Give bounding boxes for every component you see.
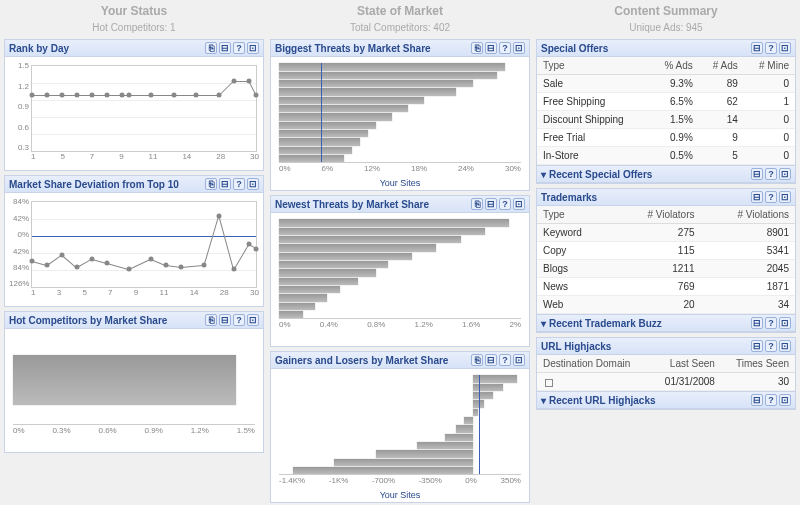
help-icon[interactable]: ? xyxy=(765,168,777,180)
table-cell: 9 xyxy=(699,129,744,147)
table-row[interactable]: Web2034 xyxy=(537,296,795,314)
help-icon[interactable]: ? xyxy=(765,394,777,406)
collapse-icon[interactable]: ⊟ xyxy=(751,42,763,54)
help-icon[interactable]: ? xyxy=(233,178,245,190)
expand-icon[interactable]: ⊡ xyxy=(513,42,525,54)
help-icon[interactable]: ? xyxy=(765,340,777,352)
panel-url-highjacks: URL Highjacks ⊟ ? ⊡ Destination DomainLa… xyxy=(536,337,796,410)
bar-row xyxy=(279,80,521,87)
help-icon[interactable]: ? xyxy=(499,42,511,54)
chevron-down-icon[interactable]: ▾ xyxy=(541,395,546,406)
chart-caption: Your Sites xyxy=(275,490,525,500)
collapse-icon[interactable]: ⊟ xyxy=(485,354,497,366)
table-cell xyxy=(537,373,650,391)
panel-title: Hot Competitors by Market Share xyxy=(9,315,167,326)
table-row[interactable]: In-Store0.5%50 xyxy=(537,147,795,165)
help-icon[interactable]: ? xyxy=(499,198,511,210)
collapse-icon[interactable]: ⊟ xyxy=(219,178,231,190)
doc-icon[interactable]: ⎘ xyxy=(471,198,483,210)
table-header: # Mine xyxy=(744,57,795,75)
table-header: # Violators xyxy=(613,206,701,224)
expand-icon[interactable]: ⊡ xyxy=(779,42,791,54)
collapse-icon[interactable]: ⊟ xyxy=(485,198,497,210)
table-header: % Ads xyxy=(650,57,699,75)
table-row[interactable]: News7691871 xyxy=(537,278,795,296)
panel-rank-by-day: Rank by Day ⎘ ⊟ ? ⊡ 1.51.20.90.60.315791… xyxy=(4,39,264,171)
panel-hot-competitors: Hot Competitors by Market Share ⎘ ⊟ ? ⊡ … xyxy=(4,311,264,453)
chevron-down-icon[interactable]: ▾ xyxy=(541,169,546,180)
expand-icon[interactable]: ⊡ xyxy=(779,394,791,406)
bar-row xyxy=(279,138,521,145)
table-row[interactable]: Keyword2758901 xyxy=(537,224,795,242)
collapse-icon[interactable]: ⊟ xyxy=(751,340,763,352)
table-cell: 62 xyxy=(699,93,744,111)
table-row[interactable]: Sale9.3%890 xyxy=(537,75,795,93)
expand-icon[interactable]: ⊡ xyxy=(779,317,791,329)
collapse-icon[interactable]: ⊟ xyxy=(485,42,497,54)
table-cell: 1.5% xyxy=(650,111,699,129)
expand-icon[interactable]: ⊡ xyxy=(779,340,791,352)
table-header: Type xyxy=(537,57,650,75)
collapse-icon[interactable]: ⊟ xyxy=(219,314,231,326)
collapse-icon[interactable]: ⊟ xyxy=(751,394,763,406)
expand-icon[interactable]: ⊡ xyxy=(513,198,525,210)
table-row[interactable]: Blogs12112045 xyxy=(537,260,795,278)
doc-icon[interactable]: ⎘ xyxy=(471,354,483,366)
table-cell: 1871 xyxy=(701,278,795,296)
doc-icon[interactable]: ⎘ xyxy=(205,42,217,54)
panel-special-offers: Special Offers ⊟ ? ⊡ Type% Ads# Ads# Min… xyxy=(536,39,796,184)
help-icon[interactable]: ? xyxy=(499,354,511,366)
doc-icon[interactable]: ⎘ xyxy=(471,42,483,54)
table-highjacks: Destination DomainLast SeenTimes Seen01/… xyxy=(537,355,795,391)
expand-icon[interactable]: ⊡ xyxy=(247,314,259,326)
table-row[interactable]: Free Shipping6.5%621 xyxy=(537,93,795,111)
expand-icon[interactable]: ⊡ xyxy=(779,191,791,203)
panel-title: Special Offers xyxy=(541,43,608,54)
table-cell: Keyword xyxy=(537,224,613,242)
collapse-icon[interactable]: ⊟ xyxy=(751,317,763,329)
table-row[interactable]: 01/31/200830 xyxy=(537,373,795,391)
doc-icon[interactable]: ⎘ xyxy=(205,178,217,190)
panel-title: Newest Threats by Market Share xyxy=(275,199,429,210)
table-cell: 0.9% xyxy=(650,129,699,147)
help-icon[interactable]: ? xyxy=(233,314,245,326)
expand-icon[interactable]: ⊡ xyxy=(779,168,791,180)
external-link-icon[interactable] xyxy=(545,379,553,387)
bar-row xyxy=(279,400,521,407)
bar-row xyxy=(279,459,521,466)
panel-deviation: Market Share Deviation from Top 10 ⎘ ⊟ ?… xyxy=(4,175,264,307)
help-icon[interactable]: ? xyxy=(765,42,777,54)
collapse-icon[interactable]: ⊟ xyxy=(751,191,763,203)
table-cell: 1211 xyxy=(613,260,701,278)
table-row[interactable]: Copy1155341 xyxy=(537,242,795,260)
table-row[interactable]: Discount Shipping1.5%140 xyxy=(537,111,795,129)
chevron-down-icon[interactable]: ▾ xyxy=(541,318,546,329)
collapse-icon[interactable]: ⊟ xyxy=(219,42,231,54)
bar-row xyxy=(279,261,521,268)
table-row[interactable]: Free Trial0.9%90 xyxy=(537,129,795,147)
table-cell: 89 xyxy=(699,75,744,93)
table-cell: 275 xyxy=(613,224,701,242)
bar-row xyxy=(279,269,521,276)
table-cell: 6.5% xyxy=(650,93,699,111)
bar-row xyxy=(279,286,521,293)
expand-icon[interactable]: ⊡ xyxy=(513,354,525,366)
panel-trademarks: Trademarks ⊟ ? ⊡ Type# Violators# Violat… xyxy=(536,188,796,333)
collapse-icon[interactable]: ⊟ xyxy=(751,168,763,180)
help-icon[interactable]: ? xyxy=(765,317,777,329)
bar-row xyxy=(279,72,521,79)
doc-icon[interactable]: ⎘ xyxy=(205,314,217,326)
expand-icon[interactable]: ⊡ xyxy=(247,178,259,190)
bar-row xyxy=(279,105,521,112)
chart-caption: Your Sites xyxy=(275,178,525,188)
expand-icon[interactable]: ⊡ xyxy=(247,42,259,54)
bar-row xyxy=(279,244,521,251)
table-cell: 0 xyxy=(744,147,795,165)
col-content-summary: Content Summary Unique Ads: 945 Special … xyxy=(536,4,796,503)
help-icon[interactable]: ? xyxy=(233,42,245,54)
panel-title: Gainers and Losers by Market Share xyxy=(275,355,448,366)
table-cell: 0 xyxy=(744,75,795,93)
help-icon[interactable]: ? xyxy=(765,191,777,203)
table-header: Last Seen xyxy=(650,355,721,373)
table-cell: Free Trial xyxy=(537,129,650,147)
